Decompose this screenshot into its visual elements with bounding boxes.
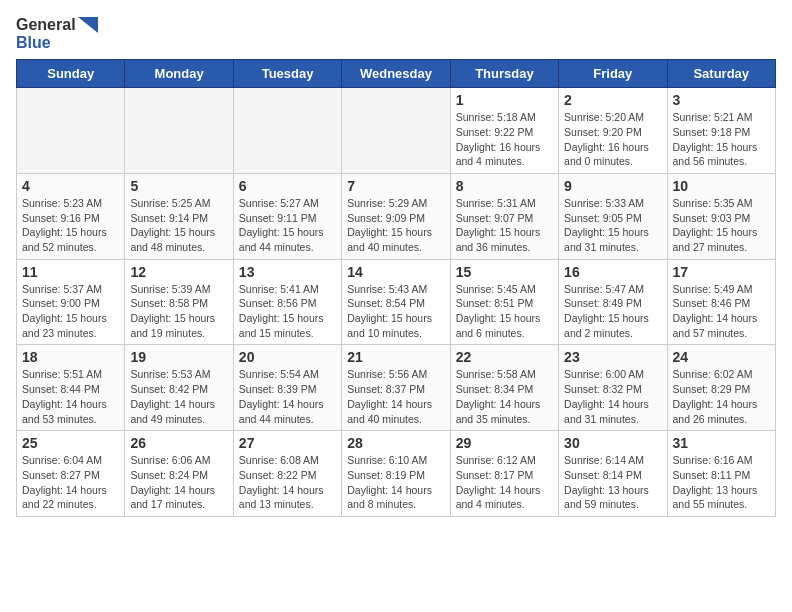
day-detail: Sunrise: 5:56 AMSunset: 8:37 PMDaylight:…	[347, 367, 444, 426]
day-header-monday: Monday	[125, 60, 233, 88]
calendar-cell: 8Sunrise: 5:31 AMSunset: 9:07 PMDaylight…	[450, 173, 558, 259]
day-detail: Sunrise: 5:45 AMSunset: 8:51 PMDaylight:…	[456, 282, 553, 341]
day-detail: Sunrise: 5:33 AMSunset: 9:05 PMDaylight:…	[564, 196, 661, 255]
week-row-2: 4Sunrise: 5:23 AMSunset: 9:16 PMDaylight…	[17, 173, 776, 259]
day-detail: Sunrise: 6:00 AMSunset: 8:32 PMDaylight:…	[564, 367, 661, 426]
calendar-cell: 7Sunrise: 5:29 AMSunset: 9:09 PMDaylight…	[342, 173, 450, 259]
calendar-cell: 27Sunrise: 6:08 AMSunset: 8:22 PMDayligh…	[233, 431, 341, 517]
day-number: 15	[456, 264, 553, 280]
day-number: 1	[456, 92, 553, 108]
day-detail: Sunrise: 6:08 AMSunset: 8:22 PMDaylight:…	[239, 453, 336, 512]
day-header-saturday: Saturday	[667, 60, 775, 88]
calendar-cell: 5Sunrise: 5:25 AMSunset: 9:14 PMDaylight…	[125, 173, 233, 259]
day-detail: Sunrise: 5:41 AMSunset: 8:56 PMDaylight:…	[239, 282, 336, 341]
day-header-wednesday: Wednesday	[342, 60, 450, 88]
day-number: 4	[22, 178, 119, 194]
day-detail: Sunrise: 5:31 AMSunset: 9:07 PMDaylight:…	[456, 196, 553, 255]
calendar-cell: 12Sunrise: 5:39 AMSunset: 8:58 PMDayligh…	[125, 259, 233, 345]
calendar-cell: 1Sunrise: 5:18 AMSunset: 9:22 PMDaylight…	[450, 88, 558, 174]
day-number: 30	[564, 435, 661, 451]
day-detail: Sunrise: 5:35 AMSunset: 9:03 PMDaylight:…	[673, 196, 770, 255]
calendar-cell	[233, 88, 341, 174]
calendar-cell: 11Sunrise: 5:37 AMSunset: 9:00 PMDayligh…	[17, 259, 125, 345]
day-number: 10	[673, 178, 770, 194]
day-detail: Sunrise: 5:49 AMSunset: 8:46 PMDaylight:…	[673, 282, 770, 341]
calendar-header-row: SundayMondayTuesdayWednesdayThursdayFrid…	[17, 60, 776, 88]
day-detail: Sunrise: 6:10 AMSunset: 8:19 PMDaylight:…	[347, 453, 444, 512]
calendar-cell: 26Sunrise: 6:06 AMSunset: 8:24 PMDayligh…	[125, 431, 233, 517]
calendar-cell: 31Sunrise: 6:16 AMSunset: 8:11 PMDayligh…	[667, 431, 775, 517]
day-detail: Sunrise: 5:58 AMSunset: 8:34 PMDaylight:…	[456, 367, 553, 426]
calendar-cell: 22Sunrise: 5:58 AMSunset: 8:34 PMDayligh…	[450, 345, 558, 431]
day-detail: Sunrise: 5:27 AMSunset: 9:11 PMDaylight:…	[239, 196, 336, 255]
day-number: 7	[347, 178, 444, 194]
day-number: 11	[22, 264, 119, 280]
calendar-cell: 3Sunrise: 5:21 AMSunset: 9:18 PMDaylight…	[667, 88, 775, 174]
calendar-table: SundayMondayTuesdayWednesdayThursdayFrid…	[16, 59, 776, 517]
calendar-cell: 24Sunrise: 6:02 AMSunset: 8:29 PMDayligh…	[667, 345, 775, 431]
calendar-cell: 15Sunrise: 5:45 AMSunset: 8:51 PMDayligh…	[450, 259, 558, 345]
calendar-cell	[342, 88, 450, 174]
logo-general: General	[16, 16, 76, 34]
calendar-cell: 30Sunrise: 6:14 AMSunset: 8:14 PMDayligh…	[559, 431, 667, 517]
day-number: 6	[239, 178, 336, 194]
day-number: 19	[130, 349, 227, 365]
header: General Blue	[16, 16, 776, 51]
calendar-cell: 6Sunrise: 5:27 AMSunset: 9:11 PMDaylight…	[233, 173, 341, 259]
svg-marker-0	[78, 17, 98, 33]
day-detail: Sunrise: 5:37 AMSunset: 9:00 PMDaylight:…	[22, 282, 119, 341]
day-detail: Sunrise: 6:14 AMSunset: 8:14 PMDaylight:…	[564, 453, 661, 512]
calendar-cell	[17, 88, 125, 174]
day-number: 13	[239, 264, 336, 280]
calendar-cell: 20Sunrise: 5:54 AMSunset: 8:39 PMDayligh…	[233, 345, 341, 431]
day-detail: Sunrise: 5:39 AMSunset: 8:58 PMDaylight:…	[130, 282, 227, 341]
day-detail: Sunrise: 5:53 AMSunset: 8:42 PMDaylight:…	[130, 367, 227, 426]
calendar-cell: 14Sunrise: 5:43 AMSunset: 8:54 PMDayligh…	[342, 259, 450, 345]
day-header-tuesday: Tuesday	[233, 60, 341, 88]
day-number: 22	[456, 349, 553, 365]
logo: General Blue	[16, 16, 98, 51]
day-detail: Sunrise: 6:16 AMSunset: 8:11 PMDaylight:…	[673, 453, 770, 512]
day-number: 14	[347, 264, 444, 280]
logo-blue: Blue	[16, 34, 98, 52]
day-header-friday: Friday	[559, 60, 667, 88]
day-number: 31	[673, 435, 770, 451]
day-detail: Sunrise: 5:29 AMSunset: 9:09 PMDaylight:…	[347, 196, 444, 255]
day-detail: Sunrise: 6:06 AMSunset: 8:24 PMDaylight:…	[130, 453, 227, 512]
week-row-4: 18Sunrise: 5:51 AMSunset: 8:44 PMDayligh…	[17, 345, 776, 431]
calendar-cell: 10Sunrise: 5:35 AMSunset: 9:03 PMDayligh…	[667, 173, 775, 259]
day-number: 28	[347, 435, 444, 451]
day-detail: Sunrise: 5:25 AMSunset: 9:14 PMDaylight:…	[130, 196, 227, 255]
calendar-cell: 19Sunrise: 5:53 AMSunset: 8:42 PMDayligh…	[125, 345, 233, 431]
day-number: 16	[564, 264, 661, 280]
calendar-cell	[125, 88, 233, 174]
day-number: 25	[22, 435, 119, 451]
day-number: 9	[564, 178, 661, 194]
calendar-cell: 2Sunrise: 5:20 AMSunset: 9:20 PMDaylight…	[559, 88, 667, 174]
day-detail: Sunrise: 5:20 AMSunset: 9:20 PMDaylight:…	[564, 110, 661, 169]
day-detail: Sunrise: 6:04 AMSunset: 8:27 PMDaylight:…	[22, 453, 119, 512]
calendar-cell: 18Sunrise: 5:51 AMSunset: 8:44 PMDayligh…	[17, 345, 125, 431]
day-number: 2	[564, 92, 661, 108]
calendar-cell: 23Sunrise: 6:00 AMSunset: 8:32 PMDayligh…	[559, 345, 667, 431]
calendar-cell: 9Sunrise: 5:33 AMSunset: 9:05 PMDaylight…	[559, 173, 667, 259]
day-number: 27	[239, 435, 336, 451]
day-number: 12	[130, 264, 227, 280]
day-number: 3	[673, 92, 770, 108]
calendar-cell: 4Sunrise: 5:23 AMSunset: 9:16 PMDaylight…	[17, 173, 125, 259]
logo-arrow-icon	[78, 17, 98, 33]
calendar-cell: 29Sunrise: 6:12 AMSunset: 8:17 PMDayligh…	[450, 431, 558, 517]
week-row-1: 1Sunrise: 5:18 AMSunset: 9:22 PMDaylight…	[17, 88, 776, 174]
day-header-sunday: Sunday	[17, 60, 125, 88]
day-detail: Sunrise: 6:12 AMSunset: 8:17 PMDaylight:…	[456, 453, 553, 512]
day-number: 17	[673, 264, 770, 280]
calendar-cell: 17Sunrise: 5:49 AMSunset: 8:46 PMDayligh…	[667, 259, 775, 345]
day-detail: Sunrise: 5:21 AMSunset: 9:18 PMDaylight:…	[673, 110, 770, 169]
calendar-cell: 28Sunrise: 6:10 AMSunset: 8:19 PMDayligh…	[342, 431, 450, 517]
day-number: 26	[130, 435, 227, 451]
week-row-3: 11Sunrise: 5:37 AMSunset: 9:00 PMDayligh…	[17, 259, 776, 345]
calendar-cell: 13Sunrise: 5:41 AMSunset: 8:56 PMDayligh…	[233, 259, 341, 345]
day-number: 18	[22, 349, 119, 365]
day-detail: Sunrise: 5:43 AMSunset: 8:54 PMDaylight:…	[347, 282, 444, 341]
day-number: 23	[564, 349, 661, 365]
